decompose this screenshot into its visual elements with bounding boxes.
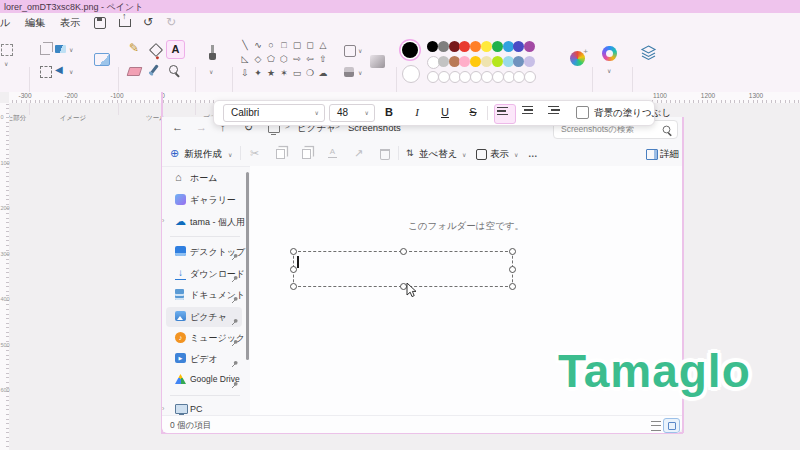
shape-button[interactable]: ☁ (317, 67, 329, 79)
copy-icon[interactable] (276, 149, 285, 159)
thumbnail-view-icon[interactable] (663, 418, 680, 433)
crop-icon[interactable] (40, 45, 50, 55)
text-tool-button[interactable]: A (166, 40, 185, 59)
sidebar-item-desktop[interactable]: デスクトップ (166, 242, 242, 262)
color1-swatch[interactable] (402, 42, 418, 58)
palette-color[interactable] (449, 41, 460, 52)
shape-button[interactable]: ╲ (239, 39, 251, 51)
selection-dropdown-icon[interactable]: ∨ (4, 60, 8, 67)
palette-color[interactable] (492, 41, 503, 52)
shape-button[interactable]: ◻ (304, 39, 316, 51)
resize-handle[interactable] (509, 283, 516, 290)
bold-button[interactable]: B (380, 105, 398, 121)
shape-button[interactable]: ⇨ (291, 53, 303, 65)
shape-button[interactable]: ⇩ (239, 67, 251, 79)
share-icon[interactable] (119, 19, 131, 27)
expander-icon[interactable]: › (162, 217, 164, 224)
sidebar-item-pictures[interactable]: ピクチャ (166, 307, 242, 327)
select-icon[interactable] (40, 66, 52, 78)
expander-icon[interactable]: › (162, 405, 164, 412)
palette-color[interactable] (481, 41, 492, 52)
resize-handle[interactable] (290, 248, 297, 255)
sidebar-item-google-drive[interactable]: Google Drive (166, 370, 242, 390)
palette-color[interactable] (524, 41, 535, 52)
sort-dropdown-icon[interactable]: ∨ (462, 151, 466, 158)
palette-color[interactable] (427, 41, 438, 52)
shape-button[interactable]: ∿ (252, 39, 264, 51)
shape-button[interactable]: □ (278, 39, 290, 51)
shape-button[interactable]: ✦ (252, 67, 264, 79)
shape-fill-dropdown-icon[interactable]: ∨ (358, 69, 362, 76)
palette-color[interactable] (513, 41, 524, 52)
palette-color[interactable] (503, 56, 514, 67)
palette-empty-slot[interactable] (524, 71, 536, 83)
shape-button[interactable]: ❍ (304, 67, 316, 79)
undo-icon[interactable]: ↺ (143, 15, 153, 29)
new-dropdown-icon[interactable]: ∨ (228, 151, 232, 158)
shape-button[interactable]: ◇ (252, 53, 264, 65)
color2-swatch[interactable] (402, 65, 420, 83)
palette-empty-slot[interactable] (492, 71, 504, 83)
edit-colors-icon[interactable] (570, 51, 585, 66)
details-icon[interactable] (646, 149, 658, 160)
sort-button[interactable]: 並べ替え (419, 148, 457, 161)
brush-icon[interactable] (209, 53, 216, 60)
share-file-icon[interactable]: ↗ (354, 147, 363, 160)
sidebar-item-home[interactable]: ⌂ホーム (166, 168, 242, 188)
shape-button[interactable]: ▭ (291, 67, 303, 79)
fill-icon[interactable] (149, 43, 163, 57)
shape-button[interactable]: △ (317, 39, 329, 51)
resize-handle[interactable] (400, 248, 407, 255)
palette-color[interactable] (470, 41, 481, 52)
resize-handle[interactable] (290, 266, 297, 273)
strikethrough-button[interactable]: S (464, 105, 482, 121)
palette-color[interactable] (503, 41, 514, 52)
shape-button[interactable]: ○ (265, 39, 277, 51)
sidebar-scrollbar[interactable] (246, 172, 249, 360)
palette-color[interactable] (524, 56, 535, 67)
sidebar-item-videos[interactable]: ▶ビデオ (166, 349, 242, 369)
palette-empty-slot[interactable] (438, 71, 450, 83)
resize-icon[interactable] (55, 45, 66, 53)
eyedropper-icon[interactable] (150, 64, 158, 73)
align-right-button[interactable] (546, 104, 566, 122)
paste-icon[interactable] (302, 149, 311, 159)
brush-dropdown-icon[interactable]: ∨ (209, 68, 213, 75)
new-button[interactable]: 新規作成 (184, 148, 222, 161)
palette-color[interactable] (459, 56, 470, 67)
palette-color[interactable] (481, 56, 492, 67)
copilot-icon[interactable] (602, 46, 617, 61)
pencil-icon[interactable]: ✎ (129, 41, 139, 55)
sidebar-item-gallery[interactable]: ギャラリー (166, 190, 242, 210)
back-icon[interactable]: ← (172, 121, 183, 133)
magnifier-icon[interactable] (169, 65, 178, 74)
shape-button[interactable]: ⬡ (278, 53, 290, 65)
italic-button[interactable]: I (408, 105, 426, 121)
menu-view[interactable]: 表示 (60, 16, 80, 30)
sidebar-item-downloads[interactable]: ↓ダウンロード (166, 264, 242, 284)
copilot-dropdown-icon[interactable]: ∨ (607, 67, 611, 74)
shape-fill-icon[interactable] (344, 67, 354, 77)
palette-color[interactable] (438, 56, 449, 67)
palette-color[interactable] (470, 56, 481, 67)
sidebar-item-music[interactable]: ♪ミュージック (166, 328, 242, 348)
menu-file[interactable]: ル (0, 16, 10, 30)
flip-dropdown-icon[interactable]: ∨ (69, 68, 73, 75)
sidebar-item-documents[interactable]: ドキュメント (166, 285, 242, 305)
shape-button[interactable]: ⇧ (317, 53, 329, 65)
selection-tool-icon[interactable] (1, 44, 13, 56)
shape-outline-dropdown-icon[interactable]: ∨ (358, 47, 362, 54)
bg-fill-checkbox[interactable] (576, 106, 589, 119)
text-selection-box[interactable] (293, 251, 513, 287)
flip-icon[interactable]: ◀ (55, 64, 63, 75)
shape-button[interactable]: ⬠ (265, 53, 277, 65)
view-button[interactable]: 表示 (490, 148, 509, 161)
cut-icon[interactable]: ✂ (250, 147, 259, 160)
details-button[interactable]: 詳細 (660, 148, 679, 161)
resize-handle[interactable] (290, 283, 297, 290)
font-family-select[interactable]: Calibri ∨ (223, 104, 325, 122)
shape-button[interactable]: ✶ (278, 67, 290, 79)
list-view-icon[interactable] (651, 421, 661, 431)
more-button[interactable]: … (528, 148, 538, 159)
layers-icon[interactable] (640, 45, 657, 65)
